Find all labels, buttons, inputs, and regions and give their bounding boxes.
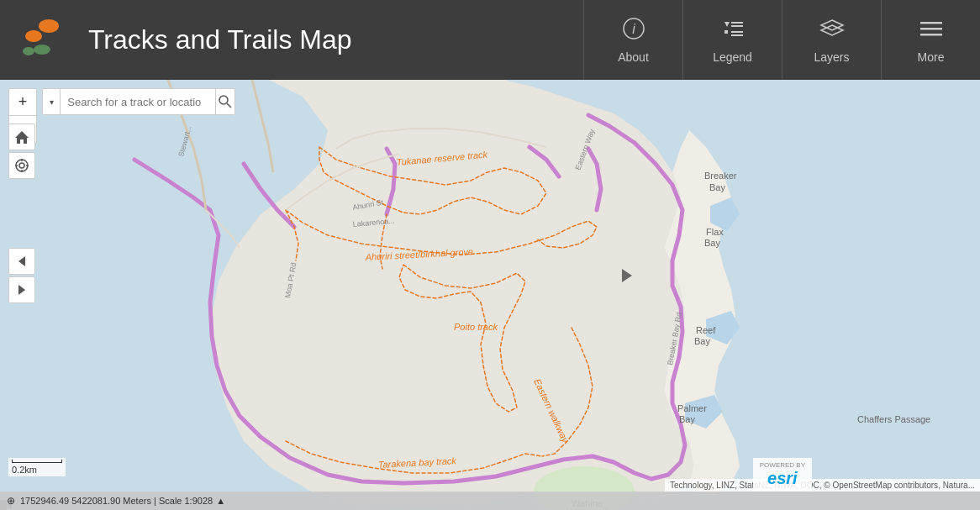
- nav-layers-label: Layers: [814, 50, 849, 64]
- zoom-in-button[interactable]: +: [9, 89, 36, 116]
- locate-icon: [14, 158, 29, 173]
- svg-point-3: [23, 47, 34, 55]
- svg-line-45: [227, 103, 231, 108]
- header: Tracks and Trails Map i About: [0, 0, 980, 80]
- esri-brand: esri: [767, 469, 798, 488]
- locate-button[interactable]: [8, 152, 35, 179]
- nav-area: i About Legend: [583, 0, 980, 80]
- svg-rect-14: [920, 22, 942, 24]
- home-icon: [14, 129, 29, 145]
- svg-rect-8: [731, 25, 743, 27]
- svg-marker-53: [18, 256, 25, 266]
- app-logo: [17, 11, 76, 70]
- nav-legend-label: Legend: [713, 50, 752, 64]
- logo-area: Tracks and Trails Map: [0, 11, 583, 70]
- mouse-cursor: [622, 269, 632, 282]
- forward-button[interactable]: [8, 276, 35, 303]
- more-icon: [919, 17, 944, 45]
- svg-text:Bay: Bay: [704, 238, 720, 248]
- nav-about[interactable]: i About: [583, 0, 682, 80]
- search-bar: ▾: [42, 88, 235, 115]
- coords-arrow-icon: ▲: [216, 496, 225, 506]
- attribution-text: Technology, LINZ, StatsNZ, NIWA, DOC, © …: [665, 479, 980, 492]
- svg-marker-6: [724, 22, 730, 27]
- map-container[interactable]: Stewart... Ahuriri St Lakarenoa... Moa P…: [0, 80, 980, 510]
- svg-text:Poito track: Poito track: [454, 322, 498, 332]
- nav-legend[interactable]: Legend: [682, 0, 782, 80]
- svg-text:Bay: Bay: [679, 414, 695, 424]
- svg-rect-11: [731, 34, 743, 36]
- nav-more-label: More: [918, 50, 945, 64]
- scale-bar: 0.2km: [8, 458, 66, 476]
- esri-logo: POWERED BY esri: [753, 458, 812, 492]
- home-button[interactable]: [8, 124, 35, 150]
- search-dropdown-button[interactable]: ▾: [43, 89, 61, 114]
- svg-text:Reef: Reef: [696, 325, 716, 335]
- svg-marker-54: [18, 285, 25, 295]
- svg-text:i: i: [632, 22, 635, 36]
- svg-point-0: [39, 19, 59, 33]
- expand-icon[interactable]: ⊕: [7, 495, 15, 507]
- svg-point-44: [219, 96, 228, 104]
- svg-text:Bay: Bay: [694, 336, 710, 346]
- svg-rect-16: [920, 34, 942, 36]
- svg-point-48: [19, 163, 24, 168]
- search-button[interactable]: [215, 89, 234, 114]
- back-button[interactable]: [8, 248, 35, 275]
- coordinates-bar: ⊕ 1752946.49 5422081.90 Meters | Scale 1…: [0, 492, 980, 510]
- svg-text:Chaffers Passage: Chaffers Passage: [857, 414, 930, 424]
- svg-rect-7: [731, 22, 743, 24]
- scale-label: 0.2km: [12, 465, 37, 475]
- legend-icon: [719, 17, 746, 45]
- layers-icon: [819, 17, 845, 45]
- svg-text:Bay: Bay: [709, 182, 725, 192]
- svg-text:Breaker: Breaker: [704, 171, 737, 181]
- nav-more[interactable]: More: [881, 0, 980, 80]
- nav-about-label: About: [618, 50, 649, 64]
- svg-rect-15: [920, 28, 942, 30]
- svg-rect-10: [731, 31, 743, 33]
- svg-marker-46: [15, 131, 29, 144]
- action-controls: [8, 124, 35, 179]
- forward-icon: [15, 283, 29, 297]
- search-icon: [219, 95, 232, 108]
- powered-by-label: POWERED BY: [760, 461, 805, 469]
- svg-point-2: [34, 45, 50, 55]
- search-input[interactable]: [61, 96, 215, 108]
- scale-line: [12, 460, 62, 463]
- about-icon: i: [622, 17, 645, 45]
- back-icon: [15, 255, 29, 268]
- svg-text:Flax: Flax: [706, 227, 724, 237]
- nav-layers[interactable]: Layers: [782, 0, 881, 80]
- svg-point-1: [25, 30, 42, 42]
- app-title: Tracks and Trails Map: [88, 24, 352, 55]
- svg-rect-9: [724, 30, 728, 34]
- history-controls: [8, 248, 35, 303]
- svg-point-47: [16, 160, 28, 171]
- dropdown-arrow-icon: ▾: [50, 97, 54, 107]
- map-svg: Stewart... Ahuriri St Lakarenoa... Moa P…: [0, 80, 980, 510]
- coordinates-text: 1752946.49 5422081.90 Meters | Scale 1:9…: [20, 496, 213, 506]
- svg-text:Palmer: Palmer: [677, 403, 707, 413]
